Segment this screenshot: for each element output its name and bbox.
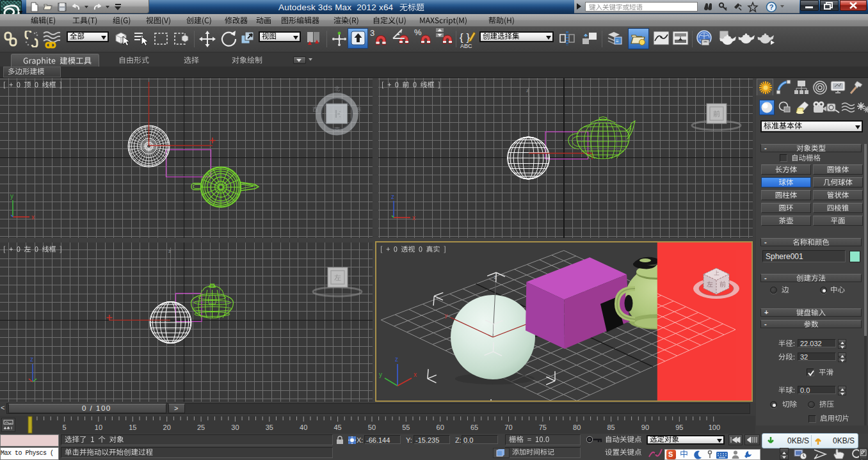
svg-text:?: ? [769,3,774,11]
